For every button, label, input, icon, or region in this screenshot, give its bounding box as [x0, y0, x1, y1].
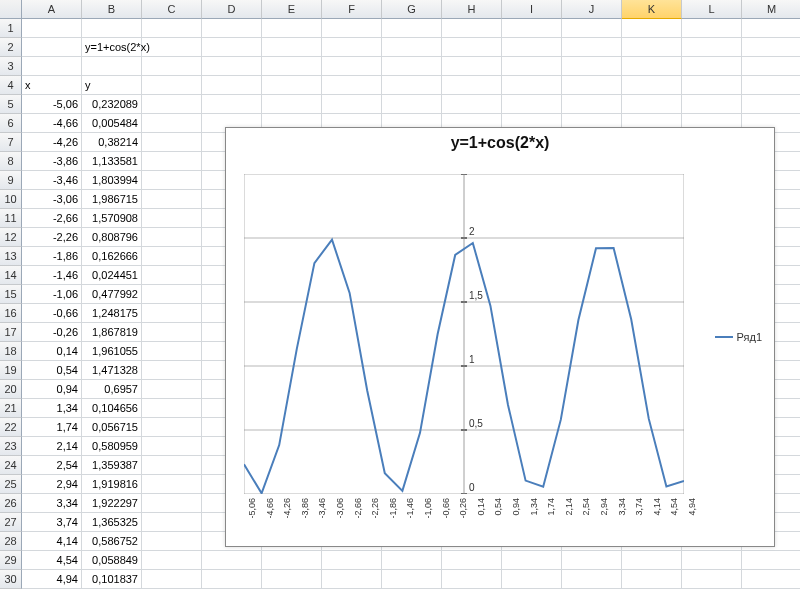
cell[interactable] [622, 38, 682, 57]
cell[interactable] [502, 551, 562, 570]
cell[interactable] [442, 95, 502, 114]
column-header[interactable]: B [82, 0, 142, 19]
cell[interactable] [382, 76, 442, 95]
cell[interactable] [502, 19, 562, 38]
cell[interactable] [142, 342, 202, 361]
cell[interactable] [382, 38, 442, 57]
cell[interactable]: 1,34 [22, 399, 82, 418]
cell[interactable]: 1,803994 [82, 171, 142, 190]
cell[interactable]: -4,66 [22, 114, 82, 133]
cell[interactable] [142, 266, 202, 285]
cell[interactable]: 0,058849 [82, 551, 142, 570]
cell[interactable]: 0,808796 [82, 228, 142, 247]
cell[interactable]: 0,38214 [82, 133, 142, 152]
cell[interactable] [142, 209, 202, 228]
cell[interactable] [142, 57, 202, 76]
cell[interactable]: 2,94 [22, 475, 82, 494]
cell[interactable] [682, 570, 742, 589]
cell[interactable]: 1,74 [22, 418, 82, 437]
cell[interactable] [742, 38, 800, 57]
cell[interactable]: 1,471328 [82, 361, 142, 380]
cell[interactable] [742, 76, 800, 95]
cell[interactable] [262, 551, 322, 570]
cell[interactable]: 1,365325 [82, 513, 142, 532]
cell[interactable]: -5,06 [22, 95, 82, 114]
cell[interactable] [622, 570, 682, 589]
row-header[interactable]: 28 [0, 532, 22, 551]
cell[interactable] [622, 19, 682, 38]
row-header[interactable]: 13 [0, 247, 22, 266]
cell[interactable] [142, 418, 202, 437]
cell[interactable] [202, 38, 262, 57]
row-header[interactable]: 7 [0, 133, 22, 152]
cell[interactable] [562, 570, 622, 589]
cell[interactable]: 0,94 [22, 380, 82, 399]
cell[interactable] [142, 133, 202, 152]
row-header[interactable]: 4 [0, 76, 22, 95]
cell[interactable] [22, 19, 82, 38]
cell[interactable]: 1,359387 [82, 456, 142, 475]
cell[interactable]: 1,922297 [82, 494, 142, 513]
cell[interactable] [442, 57, 502, 76]
row-header[interactable]: 30 [0, 570, 22, 589]
cell[interactable] [202, 551, 262, 570]
cell[interactable] [382, 95, 442, 114]
cell[interactable] [322, 19, 382, 38]
cell[interactable]: -1,46 [22, 266, 82, 285]
cell[interactable]: x [22, 76, 82, 95]
column-header[interactable]: I [502, 0, 562, 19]
cell[interactable]: -3,86 [22, 152, 82, 171]
cell[interactable] [322, 570, 382, 589]
cell[interactable]: -3,06 [22, 190, 82, 209]
cell[interactable] [562, 19, 622, 38]
cell[interactable] [742, 551, 800, 570]
column-header[interactable]: C [142, 0, 202, 19]
cell[interactable]: -2,26 [22, 228, 82, 247]
row-header[interactable]: 25 [0, 475, 22, 494]
cell[interactable]: -1,06 [22, 285, 82, 304]
cell[interactable] [442, 19, 502, 38]
cell[interactable] [22, 38, 82, 57]
cell[interactable]: 2,14 [22, 437, 82, 456]
cell[interactable] [682, 95, 742, 114]
row-header[interactable]: 3 [0, 57, 22, 76]
cell[interactable] [262, 95, 322, 114]
column-header[interactable]: J [562, 0, 622, 19]
column-header[interactable]: L [682, 0, 742, 19]
row-header[interactable]: 8 [0, 152, 22, 171]
row-header[interactable]: 24 [0, 456, 22, 475]
row-header[interactable]: 19 [0, 361, 22, 380]
cell[interactable] [742, 570, 800, 589]
cell[interactable]: 3,34 [22, 494, 82, 513]
cell[interactable] [322, 76, 382, 95]
cell[interactable]: 2,54 [22, 456, 82, 475]
cell[interactable] [142, 95, 202, 114]
cell[interactable] [142, 190, 202, 209]
cell[interactable] [562, 76, 622, 95]
cell[interactable] [142, 551, 202, 570]
cell[interactable] [382, 57, 442, 76]
cell[interactable]: -1,86 [22, 247, 82, 266]
cell[interactable] [622, 551, 682, 570]
row-header[interactable]: 6 [0, 114, 22, 133]
cell[interactable]: 0,586752 [82, 532, 142, 551]
cell[interactable] [142, 38, 202, 57]
row-header[interactable]: 10 [0, 190, 22, 209]
cell[interactable] [142, 361, 202, 380]
cell[interactable]: 0,101837 [82, 570, 142, 589]
cell[interactable] [142, 456, 202, 475]
cell[interactable] [262, 570, 322, 589]
cell[interactable] [382, 19, 442, 38]
cell[interactable]: 1,570908 [82, 209, 142, 228]
cell[interactable]: 1,248175 [82, 304, 142, 323]
row-header[interactable]: 20 [0, 380, 22, 399]
cell[interactable] [322, 57, 382, 76]
cell[interactable] [142, 380, 202, 399]
row-header[interactable]: 27 [0, 513, 22, 532]
cell[interactable] [142, 475, 202, 494]
cell[interactable] [22, 57, 82, 76]
cell[interactable] [202, 19, 262, 38]
cell[interactable] [202, 76, 262, 95]
cell[interactable] [742, 57, 800, 76]
cell[interactable] [622, 57, 682, 76]
